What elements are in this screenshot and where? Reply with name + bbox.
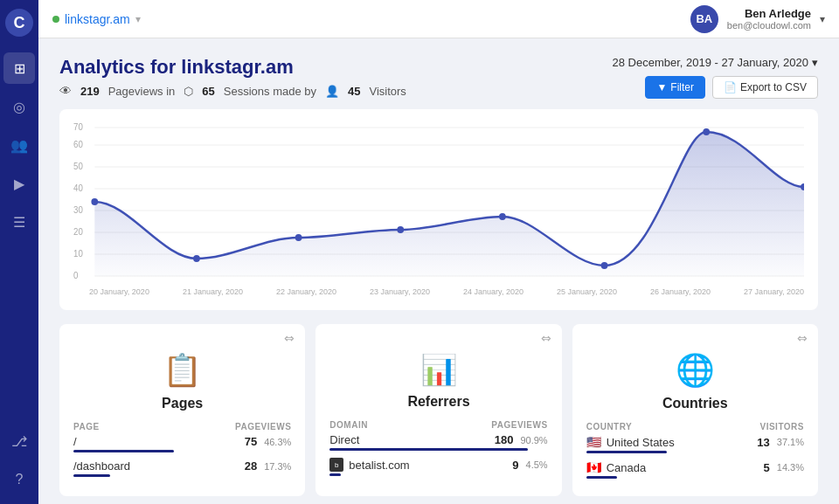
flag-ca: 🇨🇦 (586, 460, 601, 474)
expand-icon[interactable]: ⇔ (797, 331, 808, 345)
page-bar-0 (73, 450, 174, 452)
country-pct-0: 37.1% (777, 437, 804, 447)
countries-col2-label: VISITORS (760, 422, 805, 432)
referrers-table-header: DOMAIN PAGEVIEWS (329, 420, 547, 430)
page-title: Analytics for linkstagr.am (59, 56, 406, 79)
svg-text:50: 50 (73, 162, 83, 171)
sidebar-item-users[interactable]: 👥 (3, 129, 35, 161)
countries-card: ⇔ 🌐 Countries COUNTRY VISITORS 🇺🇸 United… (572, 324, 818, 496)
x-label-2: 22 January, 2020 (276, 287, 336, 296)
countries-icon-area: 🌐 Countries (572, 345, 818, 422)
sidebar-item-list[interactable]: ☰ (3, 206, 35, 238)
referrers-icon: 📊 (420, 352, 457, 387)
analytics-meta: 👁 219 Pageviews in ⬡ 65 Sessions made by… (59, 84, 406, 98)
svg-text:30: 30 (73, 205, 83, 215)
svg-text:0: 0 (73, 271, 79, 280)
countries-globe-icon: 🌐 (676, 352, 715, 389)
analytics-header: Analytics for linkstagr.am 👁 219 Pagevie… (59, 56, 818, 99)
referrers-col2-label: PAGEVIEWS (491, 420, 547, 430)
sidebar-item-share[interactable]: ⎇ (3, 425, 35, 457)
page-path-0: / (73, 435, 245, 448)
pages-col1-label: PAGE (73, 422, 100, 432)
site-chevron-icon: ▾ (135, 13, 141, 25)
user-menu-chevron-icon[interactable]: ▾ (820, 13, 825, 25)
date-range-label: 28 December, 2019 - 27 January, 2020 (612, 56, 808, 69)
sidebar-item-help[interactable]: ? (3, 464, 35, 495)
analytics-header-left: Analytics for linkstagr.am 👁 219 Pagevie… (59, 56, 406, 98)
cards-row: ⇔ 📋 Pages PAGE PAGEVIEWS / 75 46. (59, 324, 818, 496)
referrer-count-1: 9 (512, 459, 518, 472)
country-pct-1: 14.3% (777, 462, 804, 473)
svg-point-20 (499, 213, 506, 220)
date-chevron-icon: ▾ (812, 56, 818, 69)
pages-card-title: Pages (162, 396, 203, 411)
flag-us: 🇺🇸 (586, 435, 601, 449)
x-label-5: 25 January, 2020 (557, 287, 617, 296)
filter-label: Filter (670, 81, 694, 93)
expand-icon[interactable]: ⇔ (541, 331, 551, 345)
country-count-1: 5 (764, 461, 770, 474)
country-bar-0 (586, 451, 667, 453)
page-pct-1: 17.3% (264, 461, 291, 472)
export-button[interactable]: 📄 Export to CSV (712, 76, 818, 99)
svg-point-19 (397, 226, 404, 233)
topbar-right: BA Ben Arledge ben@cloudowl.com ▾ (690, 5, 825, 33)
sidebar-item-target[interactable]: ◎ (3, 91, 35, 122)
topbar: linkstagr.am ▾ BA Ben Arledge ben@cloudo… (38, 0, 839, 38)
referrer-stats-0: 180 90.9% (495, 433, 548, 446)
referrers-card-title: Referrers (407, 394, 469, 410)
x-label-0: 20 January, 2020 (89, 287, 149, 296)
filter-button[interactable]: ▼ Filter (645, 76, 705, 99)
x-label-1: 21 January, 2020 (183, 287, 243, 296)
page-path-1: /dashboard (73, 459, 245, 473)
chart-container: 0 10 20 30 40 50 60 70 (59, 109, 818, 310)
referrers-icon-area: 📊 Referrers (315, 345, 561, 420)
referrer-count-0: 180 (495, 433, 514, 446)
svg-text:60: 60 (73, 140, 83, 149)
referrer-pct-1: 4.5% (526, 459, 548, 470)
pages-card-header: ⇔ (59, 324, 305, 345)
visitors-count: 45 (348, 85, 360, 98)
svg-point-16 (91, 198, 98, 205)
countries-table-header: COUNTRY VISITORS (586, 422, 804, 432)
x-label-3: 23 January, 2020 (370, 287, 430, 296)
table-row: b betalist.com 9 4.5% (329, 458, 547, 472)
page-count-1: 28 (245, 459, 257, 473)
svg-point-17 (193, 255, 200, 262)
x-label-4: 24 January, 2020 (463, 287, 524, 296)
pages-icon-area: 📋 Pages (59, 345, 305, 422)
table-row: /dashboard 28 17.3% (73, 459, 291, 473)
sidebar: C ⊞ ◎ 👥 ▶ ☰ ⎇ ? (0, 0, 38, 504)
sessions-count: 65 (202, 85, 214, 98)
pageviews-label: Pageviews in (108, 85, 176, 98)
countries-table: COUNTRY VISITORS 🇺🇸 United States 13 37.… (572, 422, 818, 479)
visitors-icon: 👤 (325, 85, 339, 98)
topbar-left: linkstagr.am ▾ (52, 12, 141, 26)
sidebar-logo[interactable]: C (5, 9, 33, 37)
svg-text:10: 10 (73, 249, 83, 259)
referrer-bar-0 (329, 448, 528, 451)
page-pct-0: 46.3% (264, 437, 291, 447)
site-link[interactable]: linkstagr.am (65, 12, 130, 26)
sessions-icon: ⬡ (184, 85, 193, 98)
referrers-card-header: ⇔ (315, 324, 561, 345)
country-1-wrapper: 🇨🇦 Canada (586, 460, 764, 474)
pages-table-header: PAGE PAGEVIEWS (73, 422, 291, 432)
svg-point-22 (703, 128, 710, 135)
pages-card: ⇔ 📋 Pages PAGE PAGEVIEWS / 75 46. (59, 324, 305, 496)
expand-icon[interactable]: ⇔ (284, 331, 295, 345)
user-email: ben@cloudowl.com (727, 20, 811, 31)
referrer-stats-1: 9 4.5% (512, 459, 547, 472)
sessions-label: Sessions made by (224, 85, 316, 98)
country-bar-1 (586, 476, 617, 479)
svg-text:70: 70 (73, 123, 83, 132)
date-range-area: 28 December, 2019 - 27 January, 2020 ▾ ▼… (612, 56, 818, 99)
date-range-text[interactable]: 28 December, 2019 - 27 January, 2020 ▾ (612, 56, 818, 69)
export-label: Export to CSV (740, 81, 807, 93)
visitors-label: Visitors (369, 85, 406, 98)
user-name: Ben Arledge (727, 7, 811, 20)
country-stats-0: 13 37.1% (757, 436, 804, 449)
pages-table: PAGE PAGEVIEWS / 75 46.3% /dashboard (59, 422, 305, 477)
sidebar-item-video[interactable]: ▶ (3, 168, 35, 199)
sidebar-item-dashboard[interactable]: ⊞ (3, 52, 35, 84)
